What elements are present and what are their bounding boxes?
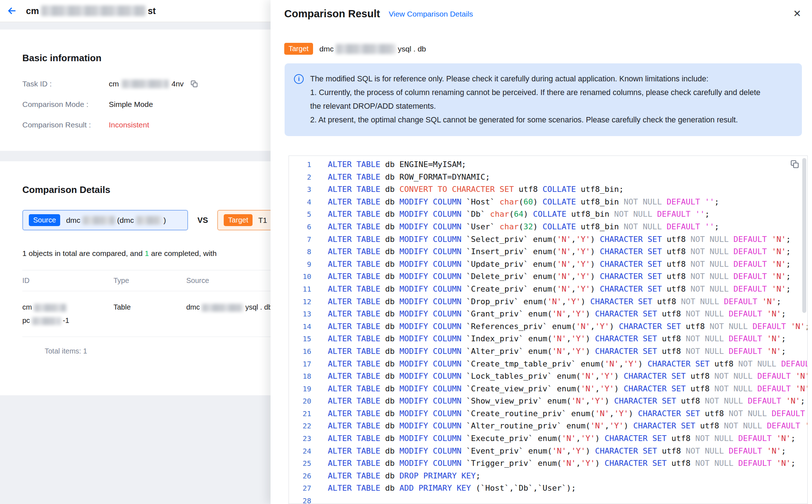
code-line: ALTER TABLE db MODIFY COLUMN `Create_vie… xyxy=(328,383,808,395)
line-number: 24 xyxy=(289,445,311,458)
cell-id-line1-prefix: cm xyxy=(22,303,32,311)
code-line: ALTER TABLE db MODIFY COLUMN `Create_tmp… xyxy=(328,358,808,370)
copy-icon xyxy=(190,80,198,88)
close-icon[interactable]: ✕ xyxy=(793,9,801,19)
sql-notice-banner: i The modified SQL is for reference only… xyxy=(285,63,802,136)
redacted-task-id xyxy=(122,80,169,88)
code-line: ALTER TABLE db ROW_FORMAT=DYNAMIC; xyxy=(328,171,808,184)
code-line: ALTER TABLE db MODIFY COLUMN `Event_priv… xyxy=(328,445,808,458)
page-title: cm st xyxy=(26,5,156,16)
target-badge: Target xyxy=(224,214,253,226)
code-scrollbar-thumb[interactable] xyxy=(802,158,806,313)
drawer-target-instance: dmc ysql . db xyxy=(320,44,426,54)
code-line: ALTER TABLE db ADD PRIMARY KEY (`Host`,`… xyxy=(328,482,808,495)
code-line: ALTER TABLE db MODIFY COLUMN `Drop_priv`… xyxy=(328,296,808,308)
source-box: Source dmc (dmc ) xyxy=(22,210,188,230)
code-line: ALTER TABLE db MODIFY COLUMN `Update_pri… xyxy=(328,258,808,271)
line-number: 26 xyxy=(289,470,311,482)
line-number: 18 xyxy=(289,370,311,383)
summary-prefix: 1 objects in total are compared, and xyxy=(22,249,145,257)
redacted-row-source xyxy=(202,304,243,312)
line-number: 12 xyxy=(289,296,311,308)
page-title-prefix: cm xyxy=(26,6,39,16)
cell-id: cm pc -1 xyxy=(22,301,113,327)
arrow-left-icon xyxy=(6,5,17,16)
info-circle-icon: i xyxy=(294,74,304,84)
cell-id-line2-suffix: -1 xyxy=(63,316,69,324)
comparison-result-value: Inconsistent xyxy=(109,121,149,129)
redacted-row-id-1 xyxy=(34,304,66,312)
back-button[interactable] xyxy=(6,5,17,16)
redacted-row-id-2 xyxy=(32,317,61,325)
code-line: ALTER TABLE db MODIFY COLUMN `Index_priv… xyxy=(328,333,808,345)
task-id-prefix: cm xyxy=(109,80,119,88)
line-number: 8 xyxy=(289,246,311,258)
code-line xyxy=(328,495,808,504)
header-id: ID xyxy=(22,276,113,285)
line-number: 22 xyxy=(289,420,311,432)
cell-id-line1: cm xyxy=(22,301,113,314)
code-gutter: 1234567891011121314151617181920212223242… xyxy=(289,158,311,504)
summary-suffix: are completed, with xyxy=(149,249,217,257)
line-number: 17 xyxy=(289,358,311,370)
code-line: ALTER TABLE db ENGINE=MyISAM; xyxy=(328,158,808,171)
drawer-header: Comparison Result View Comparison Detail… xyxy=(271,0,812,20)
code-line: ALTER TABLE db MODIFY COLUMN `Show_view_… xyxy=(328,395,808,408)
cell-source-suffix: ysql . db xyxy=(245,303,272,311)
code-lines: ALTER TABLE db ENGINE=MyISAM;ALTER TABLE… xyxy=(328,158,808,504)
drawer-target-prefix: dmc xyxy=(320,45,334,53)
line-number: 21 xyxy=(289,408,311,420)
code-line: ALTER TABLE db MODIFY COLUMN `Alter_rout… xyxy=(328,420,808,432)
notice-line-1: The modified SQL is for reference only. … xyxy=(310,72,771,86)
line-number: 5 xyxy=(289,208,311,221)
summary-completed-count: 1 xyxy=(145,249,149,257)
redacted-title xyxy=(41,5,146,16)
code-line: ALTER TABLE db MODIFY COLUMN `Host` char… xyxy=(328,196,808,208)
code-line: ALTER TABLE db MODIFY COLUMN `Db` char(6… xyxy=(328,208,808,221)
source-mid: (dmc xyxy=(117,216,134,225)
line-number: 4 xyxy=(289,196,311,208)
sql-code-panel: 1234567891011121314151617181920212223242… xyxy=(289,156,808,504)
source-badge: Source xyxy=(29,214,60,226)
line-number: 19 xyxy=(289,383,311,395)
line-number: 14 xyxy=(289,320,311,333)
task-id-label: Task ID : xyxy=(22,80,109,88)
notice-line-3: 2. At present, the optimal change SQL ca… xyxy=(310,113,771,127)
sql-code-scroll-area: 1234567891011121314151617181920212223242… xyxy=(289,156,807,504)
copy-sql-button[interactable] xyxy=(790,159,799,170)
line-number: 25 xyxy=(289,457,311,470)
line-number: 9 xyxy=(289,258,311,271)
line-number: 16 xyxy=(289,345,311,358)
drawer-target-row: Target dmc ysql . db xyxy=(284,43,812,55)
code-line: ALTER TABLE db CONVERT TO CHARACTER SET … xyxy=(328,183,808,196)
comparison-result-label: Comparison Result : xyxy=(22,121,109,129)
line-number: 23 xyxy=(289,432,311,445)
code-line: ALTER TABLE db MODIFY COLUMN `Execute_pr… xyxy=(328,432,808,445)
redacted-source-1 xyxy=(82,216,115,225)
code-line: ALTER TABLE db DROP PRIMARY KEY; xyxy=(328,470,808,482)
cell-source-prefix: dmc xyxy=(186,303,200,311)
task-id-suffix: 4nv xyxy=(171,80,184,88)
comparison-mode-value: Simple Mode xyxy=(109,100,153,109)
task-id-value: cm 4nv xyxy=(109,80,198,88)
line-number: 7 xyxy=(289,233,311,246)
drawer-title: Comparison Result xyxy=(284,8,380,20)
line-number: 6 xyxy=(289,221,311,233)
redacted-drawer-target xyxy=(336,44,396,54)
code-line: ALTER TABLE db MODIFY COLUMN `Grant_priv… xyxy=(328,308,808,320)
notice-text: The modified SQL is for reference only. … xyxy=(310,72,771,127)
line-number: 13 xyxy=(289,308,311,320)
line-number: 2 xyxy=(289,171,311,184)
code-line: ALTER TABLE db MODIFY COLUMN `Lock_table… xyxy=(328,370,808,383)
code-line: ALTER TABLE db MODIFY COLUMN `Alter_priv… xyxy=(328,345,808,358)
copy-icon xyxy=(790,159,799,169)
line-number: 1 xyxy=(289,158,311,171)
line-number: 3 xyxy=(289,183,311,196)
copy-task-id-button[interactable] xyxy=(190,80,198,88)
view-comparison-details-link[interactable]: View Comparison Details xyxy=(389,10,473,18)
header-type: Type xyxy=(113,276,186,285)
line-number: 10 xyxy=(289,270,311,283)
target-instance-text: T1 xyxy=(258,216,267,225)
code-line: ALTER TABLE db MODIFY COLUMN `Trigger_pr… xyxy=(328,457,808,470)
comparison-result-drawer: Comparison Result View Comparison Detail… xyxy=(271,0,812,504)
